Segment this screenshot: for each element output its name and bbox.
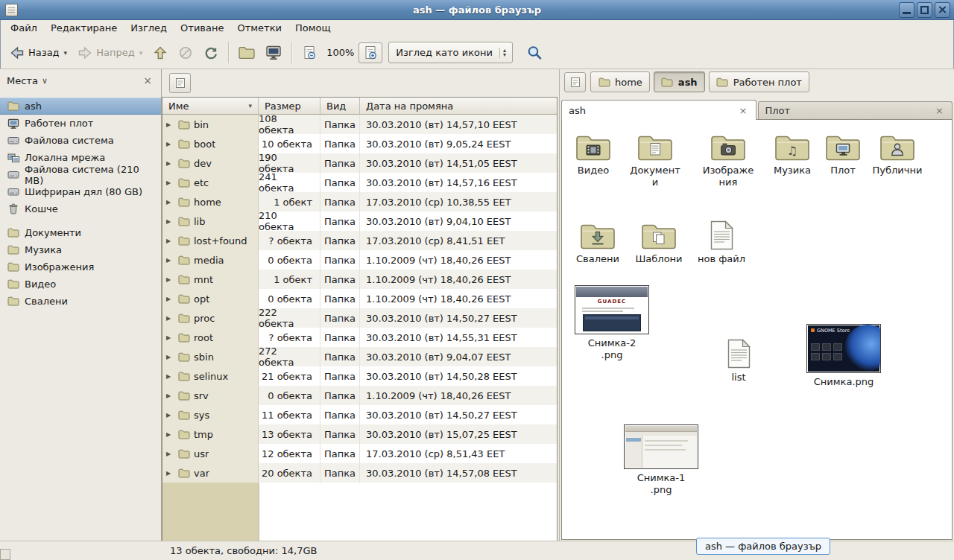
sidebar-item[interactable]: Файлова система bbox=[0, 132, 161, 149]
expander-icon[interactable]: ▶ bbox=[166, 199, 174, 206]
expander-icon[interactable]: ▶ bbox=[166, 392, 174, 399]
file-icon-item[interactable]: GNOME StoreСнимка.png bbox=[802, 324, 885, 388]
table-row[interactable]: ▶etc241 обектаПапка30.03.2010 (вт) 14,57… bbox=[162, 173, 557, 192]
file-icon-item[interactable]: Шаблони bbox=[632, 217, 686, 265]
expander-icon[interactable]: ▶ bbox=[166, 451, 174, 457]
file-icon-item[interactable]: Документи bbox=[628, 129, 682, 188]
column-header-date[interactable]: Дата на промяна bbox=[360, 98, 557, 115]
file-icon-item[interactable]: Снимка-1.png bbox=[619, 424, 703, 496]
toggle-location-entry-button[interactable] bbox=[169, 73, 191, 93]
expander-icon[interactable]: ▶ bbox=[166, 354, 174, 360]
menu-item[interactable]: Редактиране bbox=[44, 20, 124, 36]
table-row[interactable]: ▶dev190 обектаПапка30.03.2010 (вт) 14,51… bbox=[162, 153, 557, 173]
toggle-location-entry-button[interactable] bbox=[564, 72, 586, 92]
breadcrumb-button[interactable]: home bbox=[590, 71, 650, 92]
sidebar-item[interactable]: Музика bbox=[0, 241, 161, 258]
expander-icon[interactable]: ▶ bbox=[166, 218, 174, 225]
zoom-in-button[interactable] bbox=[358, 42, 382, 63]
folder-icon bbox=[7, 262, 19, 272]
sidebar-item[interactable]: Шифриран дял (80 GB) bbox=[0, 183, 161, 200]
sidebar-item[interactable]: ash bbox=[0, 98, 161, 115]
expander-icon[interactable]: ▶ bbox=[166, 238, 174, 244]
reload-button[interactable] bbox=[198, 42, 224, 63]
maximize-button[interactable] bbox=[917, 2, 932, 18]
breadcrumb-button[interactable]: Работен плот bbox=[709, 71, 809, 92]
sidebar-item[interactable]: Свалени bbox=[0, 293, 161, 310]
menu-item[interactable]: Отиване bbox=[174, 20, 230, 36]
table-row[interactable]: ▶proc222 обектаПапка30.03.2010 (вт) 14,5… bbox=[162, 308, 557, 328]
menu-item[interactable]: Помощ bbox=[288, 20, 338, 36]
zoom-out-button[interactable] bbox=[297, 42, 322, 63]
table-row[interactable]: ▶usr12 обектаПапка17.03.2010 (ср) 8,51,4… bbox=[162, 444, 557, 463]
file-icon-item[interactable]: GUADECСнимка-2.png bbox=[570, 285, 654, 361]
table-row[interactable]: ▶root? обектаПапка30.03.2010 (вт) 14,55,… bbox=[162, 328, 557, 347]
file-icon-item[interactable]: Изображения bbox=[701, 129, 755, 188]
expander-icon[interactable]: ▶ bbox=[166, 334, 174, 341]
table-row[interactable]: ▶sys11 обектаПапка30.03.2010 (вт) 14,50,… bbox=[162, 405, 557, 424]
file-icon-item[interactable]: ♫Музика bbox=[765, 129, 819, 176]
minimize-button[interactable] bbox=[899, 2, 914, 18]
column-header-name[interactable]: Име▾ bbox=[162, 98, 259, 115]
file-icon-item[interactable]: нов файл bbox=[695, 217, 748, 265]
table-row[interactable]: ▶srv0 обектаПапка1.10.2009 (чт) 18,40,26… bbox=[162, 386, 557, 405]
expander-icon[interactable]: ▶ bbox=[166, 141, 174, 147]
forward-button[interactable]: Напред ▾ bbox=[72, 42, 148, 63]
menu-item[interactable]: Файл bbox=[4, 20, 44, 36]
table-row[interactable]: ▶sbin272 обектаПапка30.03.2010 (вт) 9,04… bbox=[162, 347, 557, 366]
file-icon-item[interactable]: list bbox=[712, 336, 765, 384]
computer-button[interactable] bbox=[260, 42, 287, 63]
table-row[interactable]: ▶opt0 обектаПапка1.10.2009 (чт) 18,40,26… bbox=[162, 289, 557, 308]
table-row[interactable]: ▶lib210 обектаПапка30.03.2010 (вт) 9,04,… bbox=[162, 211, 557, 231]
breadcrumb-button[interactable]: ash bbox=[654, 71, 705, 92]
tab-close-icon[interactable]: × bbox=[738, 105, 749, 116]
close-button[interactable] bbox=[935, 2, 950, 18]
table-row[interactable]: ▶bin108 обектаПапка30.03.2010 (вт) 14,57… bbox=[162, 115, 557, 134]
table-row[interactable]: ▶lost+found? обектаПапка17.03.2010 (ср) … bbox=[162, 231, 557, 250]
expander-icon[interactable]: ▶ bbox=[166, 470, 174, 477]
table-row[interactable]: ▶boot10 обектаПапка30.03.2010 (вт) 9,05,… bbox=[162, 134, 557, 153]
tab-active[interactable]: ash× bbox=[561, 100, 756, 120]
back-button[interactable]: Назад ▾ bbox=[4, 42, 72, 63]
file-icon-item[interactable]: Публични bbox=[871, 129, 924, 176]
expander-icon[interactable]: ▶ bbox=[166, 257, 174, 264]
home-button[interactable] bbox=[233, 43, 260, 63]
sidebar-item[interactable]: Видео bbox=[0, 276, 161, 293]
expander-icon[interactable]: ▶ bbox=[166, 160, 174, 167]
table-row[interactable]: ▶tmp13 обектаПапка30.03.2010 (вт) 15,07,… bbox=[162, 424, 557, 444]
tab-inactive[interactable]: Плот× bbox=[758, 101, 953, 119]
file-icon-item[interactable]: Плот bbox=[816, 129, 870, 176]
table-row[interactable]: ▶var20 обектаПапка30.03.2010 (вт) 14,57,… bbox=[162, 463, 557, 483]
expander-icon[interactable]: ▶ bbox=[166, 121, 174, 128]
expander-icon[interactable]: ▶ bbox=[166, 179, 174, 186]
titlebar[interactable]: ash — файлов браузър bbox=[0, 0, 954, 20]
view-mode-select[interactable]: Изглед като икони ▴▾ bbox=[388, 42, 513, 63]
table-row[interactable]: ▶mnt1 обектПапка1.10.2009 (чт) 18,40,26 … bbox=[162, 270, 557, 289]
sidebar-item[interactable]: Изображения bbox=[0, 258, 161, 276]
table-row[interactable]: ▶selinux21 обектаПапка30.03.2010 (вт) 14… bbox=[162, 366, 557, 386]
chevron-down-icon[interactable]: ∨ bbox=[42, 76, 48, 86]
menu-item[interactable]: Изглед bbox=[124, 20, 174, 36]
table-row[interactable]: ▶media0 обектаПапка1.10.2009 (чт) 18,40,… bbox=[162, 250, 557, 270]
expander-icon[interactable]: ▶ bbox=[166, 412, 174, 419]
expander-icon[interactable]: ▶ bbox=[166, 276, 174, 283]
stop-button[interactable] bbox=[173, 42, 198, 63]
sidebar-item[interactable]: Работен плот bbox=[0, 115, 161, 132]
up-button[interactable] bbox=[148, 42, 173, 63]
menu-item[interactable]: Отметки bbox=[230, 20, 288, 36]
expander-icon[interactable]: ▶ bbox=[166, 315, 174, 322]
sidebar-item[interactable]: Документи bbox=[0, 224, 161, 241]
sidebar-item[interactable]: Файлова система (210 MB) bbox=[0, 166, 161, 183]
search-button[interactable] bbox=[522, 42, 547, 64]
expander-icon[interactable]: ▶ bbox=[166, 296, 174, 302]
table-row[interactable]: ▶home1 обектПапка17.03.2010 (ср) 10,38,5… bbox=[162, 192, 557, 211]
sidebar-close-icon[interactable]: × bbox=[141, 74, 154, 86]
expander-icon[interactable]: ▶ bbox=[166, 373, 174, 380]
sidebar-item[interactable]: Кошче bbox=[0, 200, 161, 217]
column-header-type[interactable]: Вид bbox=[320, 98, 360, 115]
file-icon-item[interactable]: Видео bbox=[566, 129, 620, 176]
expander-icon[interactable]: ▶ bbox=[166, 431, 174, 438]
places-selector[interactable]: Места bbox=[7, 75, 38, 86]
column-header-size[interactable]: Размер bbox=[259, 98, 320, 115]
file-icon-item[interactable]: Свалени bbox=[571, 217, 625, 265]
tab-close-icon[interactable]: × bbox=[934, 105, 945, 116]
